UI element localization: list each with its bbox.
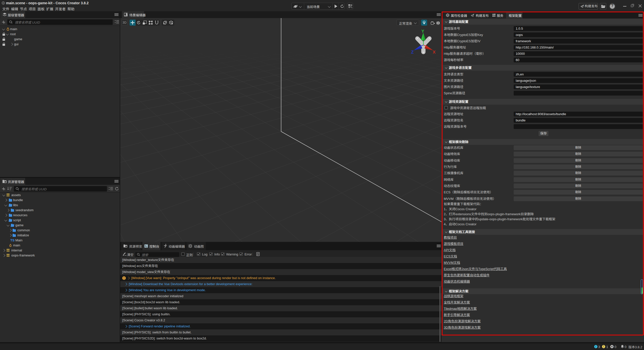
svg-text:Y: Y — [421, 29, 424, 34]
svg-text:Z: Z — [411, 50, 414, 55]
svg-text:X: X — [433, 50, 436, 55]
